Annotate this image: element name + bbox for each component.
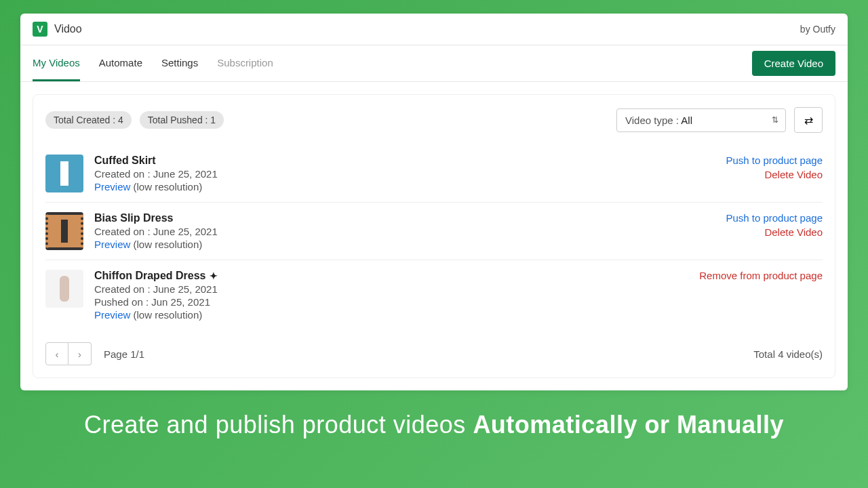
video-actions: Push to product pageDelete Video	[726, 155, 823, 192]
low-res-label: (low resolution)	[130, 309, 202, 321]
chevron-right-icon: ›	[78, 348, 81, 360]
video-actions: Push to product pageDelete Video	[726, 212, 823, 250]
prev-page-button[interactable]: ‹	[45, 342, 68, 365]
video-info: Chiffon Draped Dress✦Created on : June 2…	[94, 270, 688, 321]
push-to-product-page-link[interactable]: Push to product page	[726, 155, 823, 166]
video-title: Cuffed Skirt	[94, 155, 715, 167]
video-type-value: All	[681, 115, 692, 126]
brand-logo-icon: V	[33, 22, 47, 37]
video-row: Chiffon Draped Dress✦Created on : June 2…	[45, 260, 823, 330]
video-thumbnail[interactable]	[45, 212, 83, 250]
brand: V Vidoo	[33, 22, 82, 37]
remove-from-product-page-link[interactable]: Remove from product page	[699, 270, 823, 281]
push-to-product-page-link[interactable]: Push to product page	[726, 212, 823, 224]
video-info: Cuffed SkirtCreated on : June 25, 2021Pr…	[94, 155, 715, 192]
card-header: Total Created : 4 Total Pushed : 1 Video…	[45, 107, 823, 133]
page-indicator: Page 1/1	[104, 348, 144, 360]
chevron-left-icon: ‹	[56, 348, 59, 360]
video-actions: Remove from product page	[699, 270, 823, 321]
cursor-icon: ✦	[210, 270, 218, 281]
video-preview-line: Preview (low resolution)	[94, 181, 715, 192]
video-info: Bias Slip DressCreated on : June 25, 202…	[94, 212, 715, 250]
banner-prefix: Create and publish product videos	[84, 411, 473, 439]
tab-automate[interactable]: Automate	[99, 46, 142, 81]
pagination-buttons: ‹ ›	[45, 342, 92, 365]
video-type-select[interactable]: Video type : All ⇅	[616, 108, 786, 132]
chevron-updown-icon: ⇅	[772, 115, 778, 125]
refresh-icon: ⇄	[804, 114, 813, 127]
low-res-label: (low resolution)	[130, 239, 202, 250]
byline: by Outfy	[800, 24, 835, 35]
video-preview-line: Preview (low resolution)	[94, 239, 715, 250]
tab-subscription[interactable]: Subscription	[217, 46, 273, 81]
low-res-label: (low resolution)	[130, 181, 202, 192]
video-created: Created on : June 25, 2021	[94, 226, 715, 237]
next-page-button[interactable]: ›	[68, 342, 92, 365]
tab-my-videos[interactable]: My Videos	[33, 46, 80, 81]
video-title: Bias Slip Dress	[94, 212, 715, 224]
pill-total-created: Total Created : 4	[45, 111, 132, 129]
navbar: My Videos Automate Settings Subscription…	[20, 45, 848, 82]
content: Total Created : 4 Total Pushed : 1 Video…	[20, 82, 848, 390]
stats-pills: Total Created : 4 Total Pushed : 1	[45, 111, 224, 129]
video-preview-line: Preview (low resolution)	[94, 309, 688, 321]
promo-banner: Create and publish product videos Automa…	[0, 411, 868, 439]
preview-link[interactable]: Preview	[94, 309, 130, 321]
video-row: Bias Slip DressCreated on : June 25, 202…	[45, 203, 823, 260]
pill-total-pushed: Total Pushed : 1	[140, 111, 224, 129]
brand-name: Vidoo	[54, 23, 82, 35]
preview-link[interactable]: Preview	[94, 239, 130, 250]
video-created: Created on : June 25, 2021	[94, 168, 715, 180]
titlebar: V Vidoo by Outfy	[20, 14, 848, 45]
video-thumbnail[interactable]	[45, 270, 83, 308]
delete-video-link[interactable]: Delete Video	[726, 169, 823, 180]
filter-controls: Video type : All ⇅ ⇄	[616, 107, 823, 133]
video-type-label: Video type :	[625, 115, 681, 126]
delete-video-link[interactable]: Delete Video	[726, 226, 823, 238]
create-video-button[interactable]: Create Video	[752, 51, 835, 76]
video-pushed: Pushed on : Jun 25, 2021	[94, 296, 688, 308]
refresh-button[interactable]: ⇄	[794, 107, 823, 133]
banner-strong: Automatically or Manually	[473, 411, 784, 439]
tab-settings[interactable]: Settings	[161, 46, 198, 81]
preview-link[interactable]: Preview	[94, 181, 130, 192]
video-created: Created on : June 25, 2021	[94, 283, 688, 295]
video-thumbnail[interactable]	[45, 155, 83, 192]
pagination: ‹ › Page 1/1 Total 4 video(s)	[45, 342, 823, 365]
app-window: V Vidoo by Outfy My Videos Automate Sett…	[20, 14, 848, 390]
video-row: Cuffed SkirtCreated on : June 25, 2021Pr…	[45, 145, 823, 203]
video-list: Cuffed SkirtCreated on : June 25, 2021Pr…	[45, 145, 823, 330]
total-videos-label: Total 4 video(s)	[753, 348, 823, 360]
videos-card: Total Created : 4 Total Pushed : 1 Video…	[33, 94, 835, 378]
tabs: My Videos Automate Settings Subscription	[33, 46, 273, 81]
video-title: Chiffon Draped Dress✦	[94, 270, 688, 282]
pagination-left: ‹ › Page 1/1	[45, 342, 144, 365]
